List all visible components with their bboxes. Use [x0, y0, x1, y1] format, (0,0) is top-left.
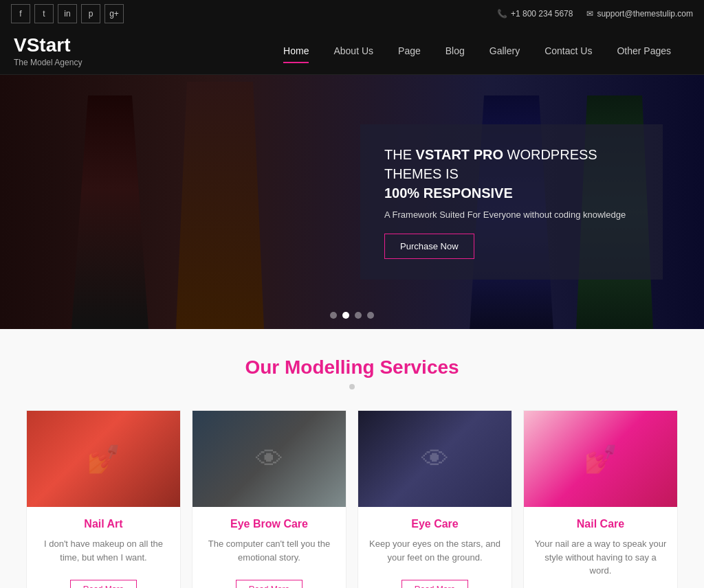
services-title-plain: Our Modelling [245, 357, 380, 378]
twitter-icon[interactable]: t [34, 4, 54, 23]
hero-dot-2[interactable] [342, 312, 349, 319]
card-nail-art-image: 💅 [27, 411, 180, 507]
services-section: Our Modelling Services 💅 Nail Art I don'… [0, 329, 704, 588]
card-eyebrow-image: 👁 [192, 411, 346, 507]
logo-name: VStart [14, 34, 82, 56]
contact-info: 📞 +1 800 234 5678 ✉ support@themestulip.… [497, 9, 693, 19]
social-icons: f t in p g+ [11, 4, 124, 23]
main-nav: Home About Us Page Blog Gallery Contact … [271, 40, 683, 62]
card-nailcare-title: Nail Care [531, 518, 670, 530]
card-nailcare: 💅 Nail Care Your nail are a way to speak… [523, 410, 678, 588]
email-info: ✉ support@themestulip.com [586, 9, 693, 19]
nav-other[interactable]: Other Pages [604, 40, 683, 62]
card-nail-art-desc: I don't have makeup on all the time, but… [37, 537, 170, 564]
services-title-accent: Services [380, 357, 459, 378]
hero-dots [330, 312, 374, 319]
card-eyecare: 👁 Eye Care Keep your eyes on the stars, … [358, 410, 512, 588]
email-icon: ✉ [586, 9, 593, 19]
card-eyebrow-title: Eye Brow Care [199, 518, 339, 530]
logo[interactable]: VStart The Model Agency [14, 34, 82, 67]
phone-info: 📞 +1 800 234 5678 [497, 9, 573, 19]
card-nail-art: 💅 Nail Art I don't have makeup on all th… [26, 410, 181, 588]
nav-about[interactable]: About Us [321, 40, 386, 62]
card-eyebrow: 👁 Eye Brow Care The computer can't tell … [192, 410, 346, 588]
card-nail-art-readmore[interactable]: Read More [70, 580, 137, 588]
card-nailcare-desc: Your nail are a way to speak your style … [534, 537, 667, 578]
card-eyecare-title: Eye Care [365, 518, 505, 530]
card-eyebrow-desc: The computer can't tell you the emotiona… [203, 537, 336, 564]
hero-section: THE VSTART PRO WORDPRESS THEMES IS 100% … [0, 75, 704, 329]
nav-page[interactable]: Page [386, 40, 433, 62]
card-eyecare-readmore[interactable]: Read More [402, 580, 468, 588]
pinterest-icon[interactable]: p [81, 4, 100, 23]
facebook-icon[interactable]: f [11, 4, 30, 23]
purchase-now-button[interactable]: Purchase Now [384, 234, 474, 259]
logo-tagline: The Model Agency [14, 58, 82, 67]
googleplus-icon[interactable]: g+ [104, 4, 124, 23]
nav-blog[interactable]: Blog [433, 40, 477, 62]
hero-dot-3[interactable] [355, 312, 362, 319]
card-eyebrow-readmore[interactable]: Read More [236, 580, 302, 588]
phone-icon: 📞 [497, 9, 507, 19]
top-bar: f t in p g+ 📞 +1 800 234 5678 ✉ support@… [0, 0, 704, 27]
email-address: support@themestulip.com [597, 9, 693, 19]
services-title: Our Modelling Services [21, 357, 683, 378]
phone-number: +1 800 234 5678 [511, 9, 573, 19]
hero-subtitle: A Framework Suited For Everyone without … [384, 210, 639, 220]
card-eyecare-image: 👁 [358, 411, 512, 507]
hero-dot-4[interactable] [367, 312, 374, 319]
hero-title: THE VSTART PRO WORDPRESS THEMES IS 100% … [384, 145, 639, 203]
linkedin-icon[interactable]: in [58, 4, 77, 23]
card-eyecare-desc: Keep your eyes on the stars, and your fe… [368, 537, 501, 564]
nav-gallery[interactable]: Gallery [477, 40, 532, 62]
card-nailcare-image: 💅 [524, 411, 677, 507]
nav-home[interactable]: Home [271, 40, 321, 62]
card-nail-art-title: Nail Art [34, 518, 173, 530]
hero-overlay: THE VSTART PRO WORDPRESS THEMES IS 100% … [360, 124, 663, 280]
header: VStart The Model Agency Home About Us Pa… [0, 27, 704, 75]
services-cards-grid: 💅 Nail Art I don't have makeup on all th… [21, 410, 683, 588]
nav-contact[interactable]: Contact Us [532, 40, 604, 62]
services-divider-dot [349, 384, 355, 389]
hero-dot-1[interactable] [330, 312, 337, 319]
